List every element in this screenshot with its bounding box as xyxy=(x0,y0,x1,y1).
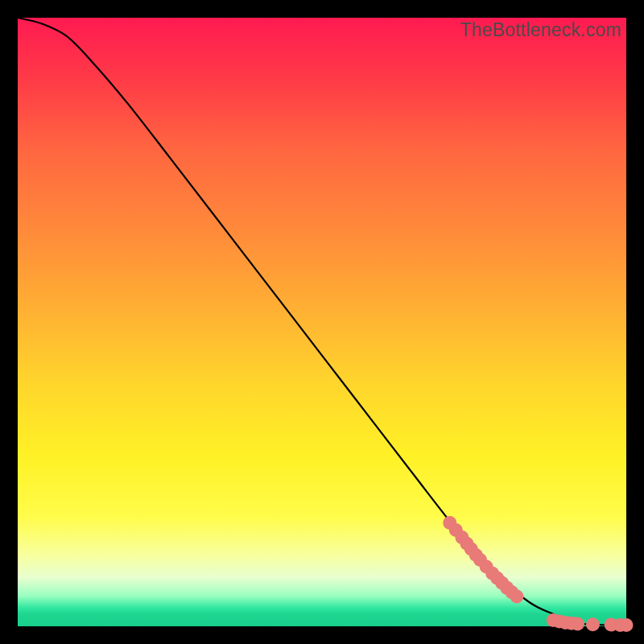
chart-svg xyxy=(18,18,626,626)
bottleneck-curve xyxy=(18,18,626,625)
marker-group xyxy=(443,516,633,632)
marker-point xyxy=(571,617,584,630)
marker-point xyxy=(620,618,634,632)
marker-point xyxy=(586,617,600,631)
chart-frame: TheBottleneck.com xyxy=(0,0,644,644)
plot-area: TheBottleneck.com xyxy=(18,18,626,626)
marker-point xyxy=(510,589,523,603)
